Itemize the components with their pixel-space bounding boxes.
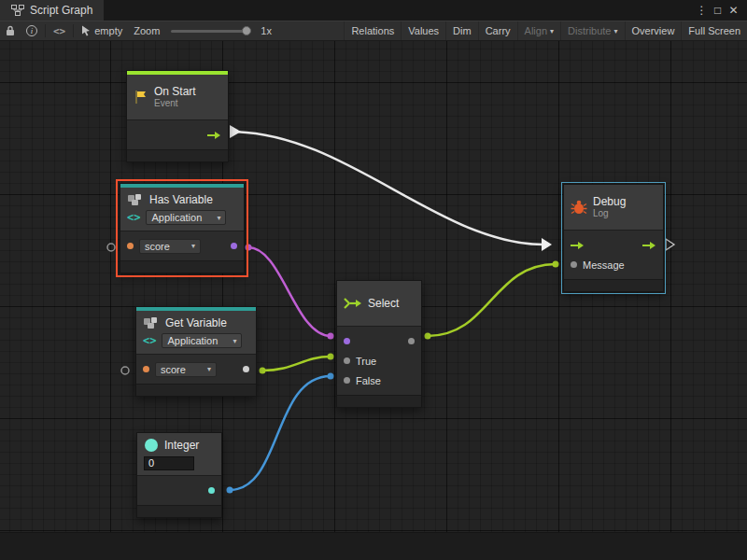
- integer-value-field[interactable]: 0: [144, 456, 194, 470]
- unconnected-port-hasvariable[interactable]: [107, 244, 115, 251]
- menu-icon[interactable]: ⋮: [694, 4, 710, 17]
- variable-dropdown[interactable]: score ▾: [139, 239, 201, 254]
- scope-value: Application: [151, 212, 202, 223]
- toolbar-separator: [73, 24, 74, 37]
- node-title: Select: [368, 297, 399, 310]
- node-footer: [564, 279, 663, 291]
- dim-button[interactable]: Dim: [445, 21, 478, 40]
- scope-dropdown[interactable]: Application ▾: [162, 333, 242, 348]
- message-input-port[interactable]: [571, 261, 577, 268]
- variables-icon: [127, 194, 144, 206]
- wire-select-to-debuglog-message[interactable]: [428, 264, 556, 336]
- wire-endpoint: [328, 373, 334, 380]
- control-input-port-icon[interactable]: [571, 241, 585, 250]
- node-footer: [337, 395, 421, 407]
- chevron-down-icon: ▾: [207, 365, 211, 373]
- relations-button[interactable]: Relations: [344, 21, 401, 40]
- align-label: Align: [525, 25, 547, 36]
- node-footer: [120, 260, 244, 273]
- toolbar-separator: [45, 24, 46, 37]
- selection-output-port[interactable]: [408, 338, 415, 344]
- zoom-control: Zoom 1x: [128, 21, 277, 40]
- node-debug-log[interactable]: Debug Log: [563, 184, 664, 292]
- dim-label: Dim: [453, 25, 472, 36]
- chevron-down-icon: ▾: [233, 337, 236, 345]
- toolbar-buttons: Relations Values Dim Carry Align▾ Distri…: [344, 21, 747, 40]
- control-output-port-icon[interactable]: [207, 131, 221, 140]
- unconnected-control-output-debuglog[interactable]: [666, 239, 674, 250]
- overview-button[interactable]: Overview: [625, 21, 682, 40]
- chevron-down-icon: ▾: [550, 27, 554, 35]
- distribute-button[interactable]: Distribute▾: [560, 21, 624, 40]
- overview-label: Overview: [632, 25, 675, 36]
- scope-dropdown[interactable]: Application ▾: [146, 210, 226, 225]
- wire-endpoint: [425, 333, 431, 340]
- node-has-variable[interactable]: Has Variable <> Application ▾ score ▾: [120, 183, 245, 273]
- zoom-label: Zoom: [134, 25, 160, 36]
- control-output-port-icon[interactable]: [642, 241, 656, 250]
- titlebar: Script Graph ⋮ □ ✕: [0, 0, 747, 21]
- fullscreen-label: Full Screen: [688, 25, 740, 36]
- name-input-port[interactable]: [143, 366, 149, 372]
- false-input-port[interactable]: [344, 377, 350, 384]
- node-on-start[interactable]: On Start Event: [126, 70, 229, 162]
- canvas-boundary: [0, 532, 747, 560]
- zoom-slider-knob[interactable]: [242, 26, 251, 35]
- maximize-icon[interactable]: □: [710, 4, 726, 17]
- value-output-port[interactable]: [243, 366, 249, 372]
- code-icon: <>: [53, 25, 65, 37]
- fullscreen-button[interactable]: Full Screen: [681, 21, 747, 40]
- tab-title: Script Graph: [30, 4, 92, 17]
- tab-script-graph[interactable]: Script Graph: [0, 0, 104, 21]
- variables-icon: [143, 317, 160, 329]
- node-title: Integer: [164, 439, 199, 452]
- code-preview-button[interactable]: <>: [48, 21, 71, 40]
- true-label: True: [356, 356, 376, 367]
- script-graph-window: Script Graph ⋮ □ ✕ i <> empty: [0, 0, 747, 560]
- zoom-slider[interactable]: [171, 30, 249, 33]
- unconnected-port-getvariable[interactable]: [121, 367, 129, 374]
- wire-onstart-to-debuglog[interactable]: [231, 132, 543, 245]
- chevron-down-icon: ▾: [614, 27, 618, 35]
- close-icon[interactable]: ✕: [726, 4, 741, 17]
- carry-button[interactable]: Carry: [478, 21, 517, 40]
- graph-canvas[interactable]: On Start Event: [0, 41, 747, 560]
- wire-endpoint: [246, 245, 252, 251]
- chevron-down-icon: ▾: [217, 214, 220, 222]
- titlebar-controls: ⋮ □ ✕: [694, 0, 747, 21]
- align-button[interactable]: Align▾: [517, 21, 560, 40]
- wire-hasvariable-to-select[interactable]: [248, 247, 331, 336]
- scope-value: Application: [167, 335, 218, 346]
- condition-input-port[interactable]: [344, 338, 350, 344]
- node-footer: [127, 149, 228, 161]
- variable-value: score: [145, 241, 170, 252]
- chevron-down-icon: ▾: [191, 242, 195, 250]
- inspect-button[interactable]: i: [21, 21, 43, 40]
- int-output-port[interactable]: [208, 487, 215, 494]
- script-graph-icon: [11, 5, 24, 16]
- wire-endpoint: [553, 261, 559, 268]
- node-select[interactable]: Select True False: [336, 280, 422, 408]
- message-label: Message: [583, 259, 625, 271]
- node-title: Has Variable: [149, 193, 213, 206]
- name-input-port[interactable]: [127, 243, 134, 249]
- wire-start-arrow: [230, 125, 241, 138]
- node-get-variable[interactable]: Get Variable <> Application ▾ score ▾: [135, 306, 257, 397]
- node-title: Debug: [593, 195, 626, 208]
- wire-getvariable-to-select-true[interactable]: [262, 357, 331, 371]
- true-input-port[interactable]: [344, 357, 350, 364]
- distribute-label: Distribute: [568, 25, 611, 36]
- wire-endpoint: [260, 368, 266, 374]
- node-footer: [137, 505, 221, 517]
- node-title: On Start: [154, 85, 196, 98]
- variable-dropdown[interactable]: score ▾: [155, 362, 217, 377]
- variable-value: score: [161, 364, 186, 375]
- select-icon: [344, 296, 362, 311]
- false-label: False: [356, 375, 381, 386]
- lock-button[interactable]: [0, 21, 21, 40]
- variable-kind-icon: <>: [143, 334, 156, 347]
- bool-output-port[interactable]: [231, 243, 237, 249]
- node-integer[interactable]: Integer 0: [136, 432, 222, 518]
- integer-icon: [144, 438, 159, 453]
- values-button[interactable]: Values: [401, 21, 445, 40]
